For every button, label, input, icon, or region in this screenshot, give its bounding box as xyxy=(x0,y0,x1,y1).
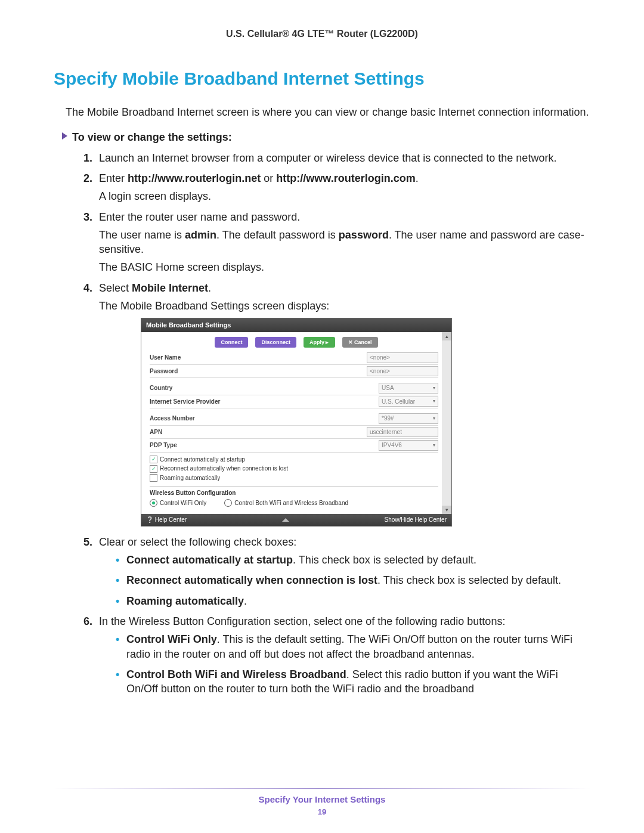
step-5-text: Clear or select the following check boxe… xyxy=(99,536,296,548)
wbc-heading: Wireless Button Configuration xyxy=(150,486,438,497)
section-intro: The Mobile Broadband Internet screen is … xyxy=(54,105,590,119)
access-select[interactable]: *99#▾ xyxy=(379,413,438,424)
step-3: 3. Enter the router user name and passwo… xyxy=(85,210,590,275)
show-hide-help[interactable]: Show/Hide Help Center xyxy=(384,516,447,524)
chevron-down-icon: ▾ xyxy=(433,442,435,449)
check-reconnect[interactable]: ✓Reconnect automatically when connection… xyxy=(150,464,438,473)
embed-titlebar: Mobile Broadband Settings xyxy=(141,318,451,332)
help-center-link[interactable]: ❔ Help Center xyxy=(146,516,187,524)
radio-icon xyxy=(224,499,232,507)
expand-icon[interactable] xyxy=(282,518,289,522)
bullet-reconnect: Reconnect automatically when connection … xyxy=(116,573,590,587)
check-connect-startup[interactable]: ✓Connect automatically at startup xyxy=(150,455,438,465)
page-number: 19 xyxy=(54,807,590,817)
apn-label: APN xyxy=(150,428,367,436)
bullet-connect-startup: Connect automatically at startup. This c… xyxy=(116,553,590,567)
step-5: 5. Clear or select the following check b… xyxy=(85,535,590,608)
step-1: 1. Launch an Internet browser from a com… xyxy=(85,151,590,165)
username-field[interactable]: <none> xyxy=(367,352,438,363)
page-footer: Specify Your Internet Settings 19 xyxy=(54,788,590,817)
step-4: 4. Select Mobile Internet. The Mobile Br… xyxy=(85,281,590,527)
radio-wifi-broadband[interactable]: Control Both WiFi and Wireless Broadband xyxy=(224,499,348,507)
arrow-icon xyxy=(62,132,67,140)
step-3-text: Enter the router user name and password. xyxy=(99,211,300,223)
apn-field[interactable]: usccinternet xyxy=(367,427,438,438)
bullet-roaming: Roaming automatically. xyxy=(116,594,590,608)
username-label: User Name xyxy=(150,354,367,362)
chevron-down-icon: ▾ xyxy=(433,385,435,392)
pdp-select[interactable]: IPV4V6▾ xyxy=(379,440,438,451)
scroll-down-icon[interactable]: ▾ xyxy=(442,506,451,514)
step-4-sub: The Mobile Broadband Settings screen dis… xyxy=(99,299,590,313)
radio-wifi-only[interactable]: Control WiFi Only xyxy=(150,499,206,507)
checkbox-icon: ✓ xyxy=(150,465,157,473)
step-4-text: Select Mobile Internet. xyxy=(99,282,211,294)
footer-rule xyxy=(54,788,590,789)
bullet-wifi-only: Control WiFi Only. This is the default s… xyxy=(116,632,590,661)
footer-chapter: Specify Your Internet Settings xyxy=(54,794,590,806)
step-6-text: In the Wireless Button Configuration sec… xyxy=(99,615,505,627)
embedded-screenshot: Mobile Broadband Settings ▴ ▾ Connect Di… xyxy=(141,318,452,526)
scrollbar[interactable]: ▴ ▾ xyxy=(442,332,451,514)
password-label: Password xyxy=(150,367,367,376)
step-2-text: Enter http://www.routerlogin.net or http… xyxy=(99,172,419,184)
doc-header: U.S. Cellular® 4G LTE™ Router (LG2200D) xyxy=(54,27,590,41)
disconnect-button[interactable]: Disconnect xyxy=(255,337,296,348)
chevron-down-icon: ▾ xyxy=(433,398,435,405)
apply-button[interactable]: Apply ▸ xyxy=(304,337,335,348)
cancel-button[interactable]: ✕ Cancel xyxy=(342,337,378,348)
section-heading: Specify Mobile Broadband Internet Settin… xyxy=(54,67,590,91)
isp-select[interactable]: U.S. Cellular▾ xyxy=(379,397,438,407)
checkbox-icon: ✓ xyxy=(150,456,157,463)
isp-label: Internet Service Provider xyxy=(150,398,379,406)
check-roaming[interactable]: Roaming automatically xyxy=(150,473,438,483)
scroll-up-icon[interactable]: ▴ xyxy=(442,332,451,340)
access-label: Access Number xyxy=(150,414,379,423)
step-6: 6. In the Wireless Button Configuration … xyxy=(85,614,590,696)
checkbox-icon xyxy=(150,474,157,482)
country-select[interactable]: USA▾ xyxy=(379,383,438,394)
bullet-wifi-broadband: Control Both WiFi and Wireless Broadband… xyxy=(116,667,590,696)
procedure-label: To view or change the settings: xyxy=(72,130,232,144)
step-1-text: Launch an Internet browser from a comput… xyxy=(99,152,556,164)
country-label: Country xyxy=(150,384,379,392)
step-3-result: The BASIC Home screen displays. xyxy=(99,260,590,274)
step-2: 2. Enter http://www.routerlogin.net or h… xyxy=(85,171,590,204)
step-3-note: The user name is admin. The default pass… xyxy=(99,228,590,257)
radio-icon xyxy=(150,499,157,507)
connect-button[interactable]: Connect xyxy=(215,337,248,348)
step-2-sub: A login screen displays. xyxy=(99,189,590,203)
pdp-label: PDP Type xyxy=(150,441,379,450)
procedure-heading: To view or change the settings: xyxy=(62,130,590,144)
chevron-down-icon: ▾ xyxy=(433,416,435,422)
password-field[interactable]: <none> xyxy=(367,366,438,377)
